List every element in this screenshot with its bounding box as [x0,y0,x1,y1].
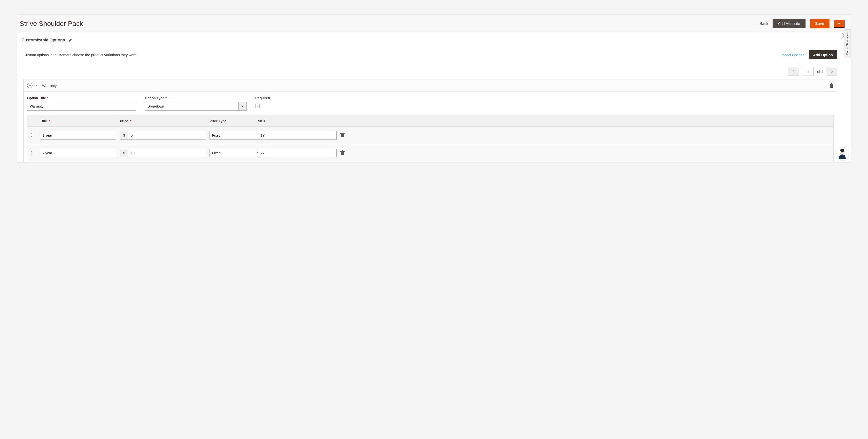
page-total-label: of 1 [817,69,823,73]
option-title-label: Option Title* [27,96,136,100]
values-table: Title * Price * Price Type SKU $$ [27,116,834,162]
save-button[interactable]: Save [810,19,830,28]
required-label: Required [255,96,270,100]
option-title-group: Option Title* [27,96,136,111]
table-head: Title * Price * Price Type SKU [27,116,833,127]
chevron-left-icon [793,70,795,73]
pencil-icon[interactable] [68,38,72,42]
add-option-button[interactable]: Add Option [809,50,837,59]
option-type-label: Option Type* [145,96,247,100]
page-number-input[interactable] [803,67,814,76]
spinner-icon [841,33,844,38]
drag-grip-icon[interactable] [29,151,32,155]
arrow-left-icon: ← [753,21,757,26]
trash-icon[interactable] [829,83,834,88]
intro-row: Custom options let customers choose the … [22,46,839,63]
header-actions: ← Back Add Attribute Save [753,19,844,28]
back-button[interactable]: ← Back [753,21,768,26]
price-type-value[interactable] [210,131,257,140]
required-asterisk: * [47,96,48,100]
price-input-wrap: $ [120,131,206,140]
save-dropdown-button[interactable] [834,20,844,28]
collapse-toggle[interactable] [27,83,32,88]
row-title-input[interactable] [40,149,116,157]
drag-grip-icon[interactable] [36,83,39,88]
row-title-input[interactable] [40,131,116,140]
currency-prefix: $ [120,131,128,140]
required-group: Required ✓ [255,96,270,111]
col-price-type: Price Type [208,119,256,123]
row-price-input[interactable] [128,131,206,140]
option-name-label: Warranty [42,84,826,88]
pagination: of 1 [22,63,839,79]
price-input-wrap: $ [120,149,206,157]
avatar-person-icon [837,148,847,159]
chevron-right-icon [831,70,833,73]
required-checkbox[interactable]: ✓ [255,104,259,108]
option-type-select[interactable] [145,102,247,111]
trash-icon[interactable] [340,150,345,155]
drag-grip-icon[interactable] [29,133,32,137]
import-options-link[interactable]: Import Options [781,53,804,57]
option-body: Option Title* Option Type* [24,92,837,162]
option-block-warranty: Warranty Option Title* [24,79,837,162]
required-asterisk: * [165,96,166,100]
add-attribute-button[interactable]: Add Attribute [773,19,806,28]
option-type-group: Option Type* [145,96,247,111]
section-header: Customizable Options [22,36,839,46]
price-type-select[interactable] [210,131,237,140]
select-dropdown-button[interactable] [238,102,247,111]
col-sku: SKU [256,119,338,123]
col-price: Price * [118,119,208,123]
intro-text: Custom options let customers choose the … [24,53,781,57]
content-area: Customizable Options Custom options let … [17,33,843,162]
product-edit-window: Strive Shoulder Pack ← Back Add Attribut… [17,14,851,162]
page-title: Strive Shoulder Pack [20,20,753,28]
table-row: $ [27,144,833,162]
demo-navigation-tab[interactable]: Demo Navigation [844,29,851,58]
trash-icon[interactable] [340,133,345,137]
option-type-value[interactable] [145,102,238,111]
option-head: Warranty [24,80,837,92]
currency-prefix: $ [120,149,128,157]
back-label: Back [760,22,768,26]
option-fields-row: Option Title* Option Type* [27,96,834,116]
caret-down-icon [838,23,841,25]
price-type-value[interactable] [210,149,257,157]
price-type-select[interactable] [210,149,237,157]
next-page-button[interactable] [827,67,837,76]
option-title-input[interactable] [27,102,136,111]
row-sku-input[interactable] [258,149,337,157]
col-title: Title * [38,119,118,123]
chat-avatar[interactable] [836,147,849,160]
chevron-up-icon [29,85,31,87]
checkmark-icon: ✓ [256,104,259,108]
row-price-input[interactable] [128,149,206,157]
header-bar: Strive Shoulder Pack ← Back Add Attribut… [17,15,851,33]
prev-page-button[interactable] [788,67,799,76]
table-row: $ [27,127,833,144]
caret-down-icon [241,105,244,107]
section-title: Customizable Options [22,38,65,42]
row-sku-input[interactable] [258,131,337,140]
